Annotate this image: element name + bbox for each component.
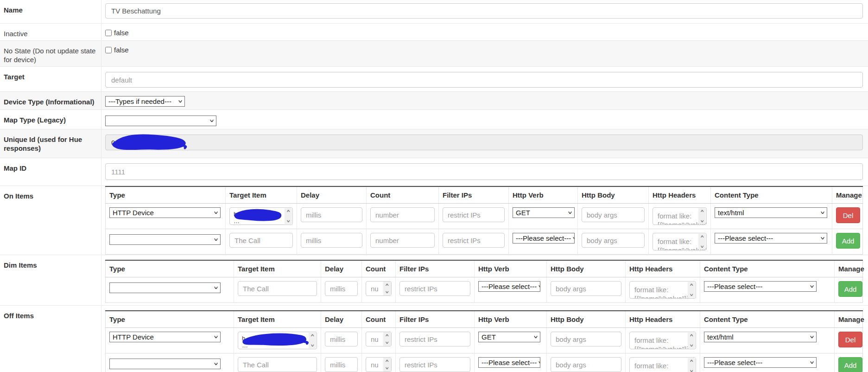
scroll-up-icon[interactable]: ∧	[689, 359, 694, 362]
scroll-down-icon[interactable]: ∨	[700, 245, 704, 248]
http-verb-select[interactable]: ---Please select--- ∨	[513, 233, 575, 244]
scroll-down-icon[interactable]: ∨	[689, 294, 694, 296]
type-select[interactable]: ∨	[109, 282, 221, 293]
type-select[interactable]: ∨	[109, 359, 221, 369]
delay-input[interactable]	[325, 357, 358, 372]
http-body-input[interactable]	[582, 233, 645, 248]
http-verb-selected-value: GET	[516, 209, 530, 217]
no-state-checkbox[interactable]	[105, 47, 112, 53]
add-item-button[interactable]: Add	[836, 233, 860, 249]
scroll-up-icon[interactable]: ∧	[689, 283, 694, 286]
delay-input[interactable]	[301, 233, 362, 248]
http-headers-textarea[interactable]: format like:[{"name":"value"}] ∧ ∨	[653, 233, 707, 250]
content-type-select[interactable]: ---Please select--- ∨	[715, 233, 827, 244]
type-selected-value: HTTP Device	[113, 209, 154, 217]
textarea-scrollbar[interactable]: ∧ ∨	[698, 208, 706, 224]
spinner-down-icon[interactable]: ∨	[385, 291, 390, 294]
http-headers-textarea[interactable]: format like:[{"name":"value"}] ∧ ∨	[629, 357, 696, 372]
target-item-input[interactable]	[238, 357, 317, 372]
target-item-textarea[interactable]: http… ∧ ∨	[229, 207, 293, 225]
http-body-input[interactable]	[551, 357, 621, 372]
textarea-scrollbar[interactable]: ∧ ∨	[688, 282, 695, 298]
count-input[interactable]	[370, 233, 435, 248]
chevron-down-icon: ∨	[809, 335, 815, 340]
textarea-scrollbar[interactable]: ∧ ∨	[698, 234, 706, 250]
inactive-checkbox[interactable]	[105, 30, 112, 36]
spinner-up-icon[interactable]: ∧	[385, 359, 390, 362]
name-label: Name	[0, 0, 101, 23]
spinner-up-icon[interactable]: ∧	[385, 334, 390, 337]
http-headers-textarea[interactable]: format like:[{"name":"value"}] ∧ ∨	[653, 207, 707, 225]
filter-ips-input[interactable]	[399, 332, 470, 346]
name-input[interactable]	[105, 3, 863, 19]
col-header-content-type: Content Type	[700, 311, 835, 328]
scroll-down-icon[interactable]: ∨	[700, 220, 704, 223]
type-select[interactable]: ∨	[109, 234, 221, 245]
http-headers-textarea[interactable]: format like:[{"name":"value"}] ∧ ∨	[629, 332, 696, 349]
http-body-input[interactable]	[551, 332, 621, 346]
device-type-select[interactable]: ---Types if needed--- ∨	[105, 96, 185, 107]
count-input[interactable]	[370, 207, 435, 222]
http-body-input[interactable]	[582, 207, 645, 222]
delay-input[interactable]	[325, 281, 358, 296]
content-type-select[interactable]: text/html ∨	[715, 207, 827, 218]
target-input[interactable]	[105, 72, 863, 88]
scroll-down-icon[interactable]: ∨	[310, 344, 315, 347]
count-spinner[interactable]: ∧ ∨	[383, 358, 391, 372]
scroll-down-icon[interactable]: ∨	[689, 370, 694, 372]
http-verb-select[interactable]: GET ∨	[513, 207, 575, 218]
inactive-label: Inactive	[0, 24, 101, 40]
target-item-input[interactable]	[238, 281, 317, 296]
textarea-scrollbar[interactable]: ∧ ∨	[285, 208, 292, 224]
filter-ips-input[interactable]	[399, 357, 470, 372]
filter-ips-input[interactable]	[399, 281, 470, 296]
type-select[interactable]: HTTP Device ∨	[109, 207, 221, 218]
filter-ips-input[interactable]	[443, 233, 505, 248]
http-body-input[interactable]	[551, 281, 621, 296]
target-item-input[interactable]	[229, 233, 293, 248]
delete-item-button[interactable]: Del	[836, 207, 860, 223]
filter-ips-input[interactable]	[443, 207, 505, 222]
textarea-scrollbar[interactable]: ∧ ∨	[309, 333, 316, 348]
col-header-delay: Delay	[321, 260, 362, 277]
col-header-filter-ips: Filter IPs	[439, 186, 509, 204]
textarea-scrollbar[interactable]: ∧ ∨	[688, 358, 695, 372]
form-row-name: Name	[0, 0, 868, 23]
content-type-select[interactable]: ---Please select--- ∨	[704, 357, 817, 368]
scroll-up-icon[interactable]: ∧	[310, 334, 315, 337]
spinner-up-icon[interactable]: ∧	[385, 283, 390, 286]
add-item-button[interactable]: Add	[838, 357, 862, 372]
scroll-up-icon[interactable]: ∧	[286, 210, 291, 212]
delay-input[interactable]	[301, 207, 362, 222]
col-header-filter-ips: Filter IPs	[396, 260, 475, 277]
dim-items-label: Dim Items	[0, 255, 101, 305]
textarea-scrollbar[interactable]: ∧ ∨	[688, 333, 695, 348]
target-item-textarea[interactable]: h… ∧ ∨	[238, 332, 317, 349]
spinner-down-icon[interactable]: ∨	[385, 367, 390, 370]
col-header-count: Count	[362, 311, 396, 328]
http-headers-textarea[interactable]: format like:[{"name":"value"}] ∧ ∨	[629, 281, 696, 299]
col-header-count: Count	[362, 260, 396, 277]
delete-item-button[interactable]: Del	[838, 332, 862, 347]
content-type-select[interactable]: text/html ∨	[704, 332, 817, 342]
map-id-input[interactable]	[105, 163, 863, 180]
delay-input[interactable]	[325, 332, 358, 346]
add-item-button[interactable]: Add	[838, 281, 862, 297]
http-verb-select[interactable]: ---Please select--- ∨	[478, 281, 540, 292]
count-spinner[interactable]: ∧ ∨	[383, 332, 391, 346]
scroll-up-icon[interactable]: ∧	[700, 210, 704, 212]
scroll-up-icon[interactable]: ∧	[700, 235, 704, 238]
spinner-down-icon[interactable]: ∨	[385, 341, 390, 344]
http-verb-select[interactable]: GET ∨	[478, 332, 540, 342]
scroll-down-icon[interactable]: ∨	[689, 344, 694, 347]
chevron-down-icon: ∨	[572, 236, 575, 241]
count-spinner[interactable]: ∧ ∨	[383, 282, 391, 295]
content-type-selected-value: text/html	[718, 209, 744, 217]
scroll-up-icon[interactable]: ∧	[689, 334, 694, 337]
col-header-delay: Delay	[321, 311, 362, 328]
type-select[interactable]: HTTP Device ∨	[109, 332, 221, 342]
map-type-select[interactable]: ∨	[105, 115, 216, 126]
scroll-down-icon[interactable]: ∨	[286, 220, 291, 223]
content-type-select[interactable]: ---Please select--- ∨	[704, 281, 817, 292]
http-verb-select[interactable]: ---Please select--- ∨	[478, 357, 540, 368]
